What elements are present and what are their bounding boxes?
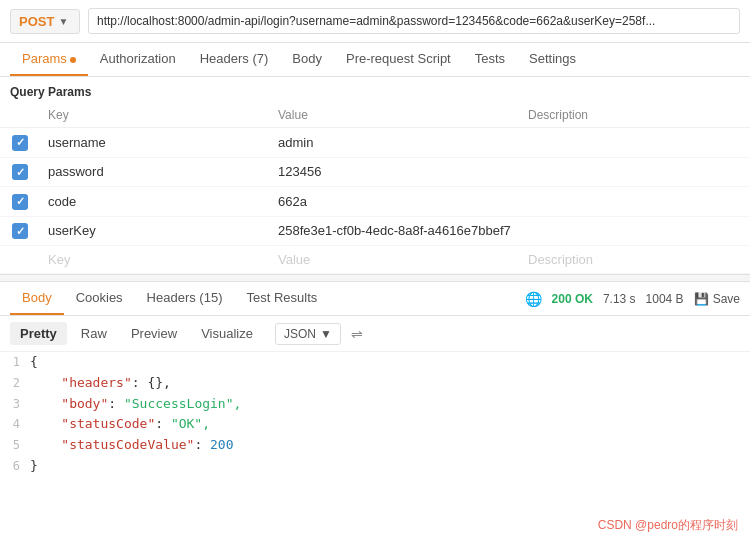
empty-key[interactable]: Key [40, 246, 270, 274]
table-row-empty: Key Value Description [0, 246, 750, 274]
param-desc-2 [520, 187, 750, 217]
json-key: "headers" [61, 375, 131, 390]
code-content: } [30, 456, 38, 477]
code-content: { [30, 352, 38, 373]
param-value-0[interactable]: admin [270, 128, 520, 158]
param-value-3[interactable]: 258fe3e1-cf0b-4edc-8a8f-a4616e7bbef7 [270, 216, 520, 246]
response-tab-test-results[interactable]: Test Results [234, 282, 329, 315]
table-row: userKey 258fe3e1-cf0b-4edc-8a8f-a4616e7b… [0, 216, 750, 246]
response-tab-body[interactable]: Body [10, 282, 64, 315]
json-chevron-icon: ▼ [320, 327, 332, 341]
code-line: 6 } [0, 456, 750, 477]
response-tabs: Body Cookies Headers (15) Test Results 🌐… [0, 282, 750, 316]
param-key-1[interactable]: password [40, 157, 270, 187]
response-tab-cookies[interactable]: Cookies [64, 282, 135, 315]
col-header-description: Description [520, 103, 750, 128]
json-brace: { [30, 354, 38, 369]
format-tab-preview[interactable]: Preview [121, 322, 187, 345]
line-number: 5 [0, 435, 30, 455]
code-line: 1 { [0, 352, 750, 373]
checkbox-checked-icon[interactable] [12, 223, 28, 239]
url-input[interactable] [88, 8, 740, 34]
method-select[interactable]: POST ▼ [10, 9, 80, 34]
param-value-1[interactable]: 123456 [270, 157, 520, 187]
code-line: 2 "headers": {}, [0, 373, 750, 394]
params-section: Key Value Description username admin pas… [0, 103, 750, 274]
checkbox-checked-icon[interactable] [12, 135, 28, 151]
code-line: 4 "statusCode": "OK", [0, 414, 750, 435]
empty-value[interactable]: Value [270, 246, 520, 274]
param-desc-0 [520, 128, 750, 158]
json-key: "body" [61, 396, 108, 411]
code-content: "body": "SuccessLogin", [30, 394, 241, 415]
response-tab-headers[interactable]: Headers (15) [135, 282, 235, 315]
checkbox-checked-icon[interactable] [12, 194, 28, 210]
request-tabs: Params Authorization Headers (7) Body Pr… [0, 43, 750, 77]
line-number: 1 [0, 352, 30, 372]
code-content: "statusCodeValue": 200 [30, 435, 234, 456]
save-icon: 💾 [694, 292, 709, 306]
response-time: 7.13 s [603, 292, 636, 306]
query-params-label: Query Params [0, 77, 750, 103]
table-row: username admin [0, 128, 750, 158]
table-row: code 662a [0, 187, 750, 217]
code-line: 5 "statusCodeValue": 200 [0, 435, 750, 456]
watermark: CSDN @pedro的程序时刻 [598, 517, 738, 534]
code-line: 3 "body": "SuccessLogin", [0, 394, 750, 415]
tab-body[interactable]: Body [280, 43, 334, 76]
format-tab-visualize[interactable]: Visualize [191, 322, 263, 345]
format-tab-raw[interactable]: Raw [71, 322, 117, 345]
json-value: "OK", [171, 416, 210, 431]
json-brace: } [30, 458, 38, 473]
line-number: 3 [0, 394, 30, 414]
empty-checkbox [0, 246, 40, 274]
table-row: password 123456 [0, 157, 750, 187]
tab-headers[interactable]: Headers (7) [188, 43, 281, 76]
param-desc-3 [520, 216, 750, 246]
response-status: 🌐 200 OK 7.13 s 1004 B 💾 Save [525, 291, 740, 307]
code-content: "statusCode": "OK", [30, 414, 210, 435]
param-checkbox-3[interactable] [0, 216, 40, 246]
method-label: POST [19, 14, 54, 29]
tab-authorization[interactable]: Authorization [88, 43, 188, 76]
section-divider [0, 274, 750, 282]
col-header-key: Key [40, 103, 270, 128]
tab-pre-request-script[interactable]: Pre-request Script [334, 43, 463, 76]
code-content: "headers": {}, [30, 373, 171, 394]
url-bar: POST ▼ [0, 0, 750, 43]
tab-params[interactable]: Params [10, 43, 88, 76]
param-checkbox-0[interactable] [0, 128, 40, 158]
globe-icon: 🌐 [525, 291, 542, 307]
param-key-3[interactable]: userKey [40, 216, 270, 246]
status-code: 200 OK [552, 292, 593, 306]
tab-tests[interactable]: Tests [463, 43, 517, 76]
param-checkbox-1[interactable] [0, 157, 40, 187]
json-value: "SuccessLogin", [124, 396, 241, 411]
empty-desc: Description [520, 246, 750, 274]
format-tab-pretty[interactable]: Pretty [10, 322, 67, 345]
tab-settings[interactable]: Settings [517, 43, 588, 76]
param-key-2[interactable]: code [40, 187, 270, 217]
params-dot [70, 57, 76, 63]
save-response-button[interactable]: 💾 Save [694, 292, 740, 306]
method-chevron-icon: ▼ [58, 16, 68, 27]
line-number: 2 [0, 373, 30, 393]
col-header-checkbox [0, 103, 40, 128]
line-number: 4 [0, 414, 30, 434]
col-header-value: Value [270, 103, 520, 128]
json-key: "statusCodeValue" [61, 437, 194, 452]
params-table: Key Value Description username admin pas… [0, 103, 750, 274]
json-value: 200 [210, 437, 233, 452]
response-size: 1004 B [646, 292, 684, 306]
param-checkbox-2[interactable] [0, 187, 40, 217]
checkbox-checked-icon[interactable] [12, 164, 28, 180]
line-number: 6 [0, 456, 30, 476]
param-desc-1 [520, 157, 750, 187]
param-key-0[interactable]: username [40, 128, 270, 158]
param-value-2[interactable]: 662a [270, 187, 520, 217]
code-area: 1 { 2 "headers": {}, 3 "body": "SuccessL… [0, 352, 750, 477]
json-type-selector[interactable]: JSON ▼ [275, 323, 341, 345]
format-tabs-row: Pretty Raw Preview Visualize JSON ▼ ⇌ [0, 316, 750, 352]
filter-icon[interactable]: ⇌ [351, 326, 363, 342]
json-key: "statusCode" [61, 416, 155, 431]
